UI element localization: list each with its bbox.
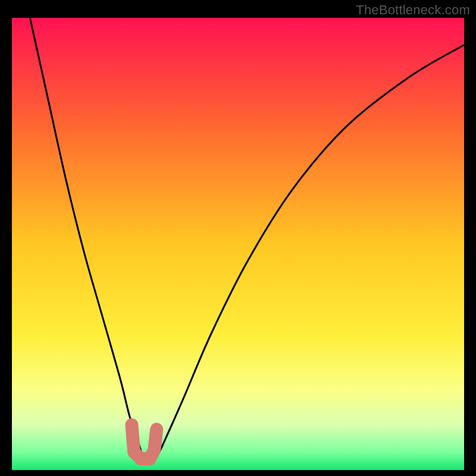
plot-area <box>12 18 464 470</box>
bottleneck-chart <box>12 18 464 470</box>
chart-frame: TheBottleneck.com <box>0 0 476 476</box>
attribution-label: TheBottleneck.com <box>356 2 470 18</box>
